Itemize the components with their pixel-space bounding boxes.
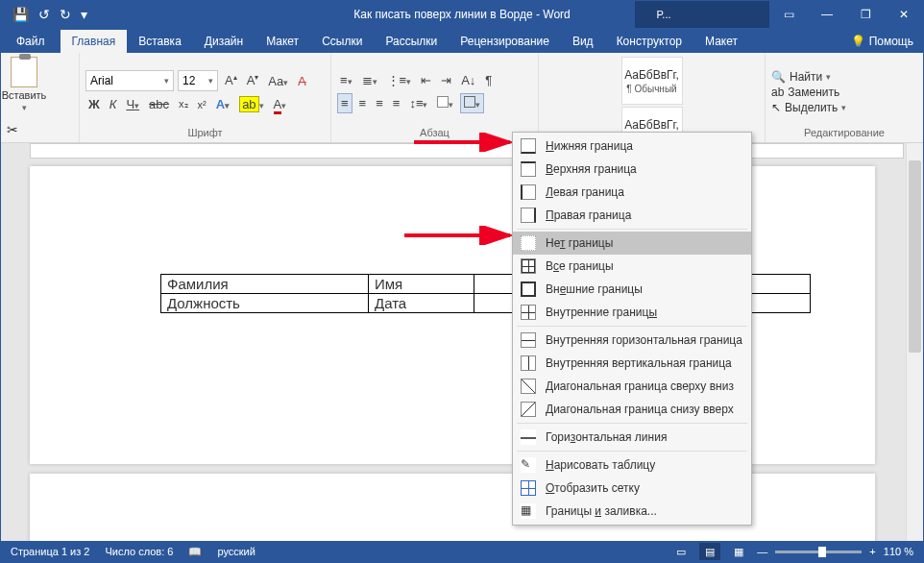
menu-item-left-border[interactable]: Левая граница bbox=[513, 181, 751, 204]
table-cell[interactable]: Имя bbox=[369, 275, 474, 294]
menu-item-inside-h-border[interactable]: Внутренняя горизонтальная граница bbox=[513, 329, 751, 352]
language-indicator[interactable]: русский bbox=[217, 546, 255, 557]
subscript-button[interactable]: x₂ bbox=[176, 96, 191, 112]
style-normal[interactable]: АаБбВвГг, ¶ Обычный bbox=[621, 57, 683, 105]
document-area: Фамилия Имя Должность Дата bbox=[1, 143, 923, 541]
user-name-area bbox=[693, 1, 769, 28]
menu-item-right-border[interactable]: Правая граница bbox=[513, 204, 751, 227]
tab-home[interactable]: Главная bbox=[61, 30, 128, 53]
replace-button[interactable]: abЗаменить bbox=[771, 86, 917, 99]
vertical-scrollbar[interactable] bbox=[906, 143, 923, 541]
tab-table-layout[interactable]: Макет bbox=[693, 30, 749, 53]
tab-references[interactable]: Ссылки bbox=[310, 30, 374, 53]
borders-button[interactable]: ▾ bbox=[460, 93, 484, 113]
bold-button[interactable]: Ж bbox=[85, 95, 103, 113]
clear-formatting-button[interactable]: A̶ bbox=[295, 72, 309, 90]
font-size-combo[interactable]: ▾ bbox=[178, 70, 218, 91]
shrink-font-button[interactable]: A▾ bbox=[244, 71, 262, 89]
align-right-button[interactable]: ≡ bbox=[373, 94, 386, 112]
zoom-slider-thumb[interactable] bbox=[818, 547, 826, 557]
justify-button[interactable]: ≡ bbox=[390, 94, 403, 112]
tab-layout[interactable]: Макет bbox=[255, 30, 310, 53]
scrollbar-thumb[interactable] bbox=[909, 160, 921, 353]
bullets-button[interactable]: ≡▾ bbox=[337, 71, 355, 89]
chevron-down-icon[interactable]: ▾ bbox=[204, 76, 217, 86]
menu-item-outside-borders[interactable]: Внешние границы bbox=[513, 278, 751, 301]
align-center-button[interactable]: ≡ bbox=[356, 94, 370, 112]
multilevel-button[interactable]: ⋮≡▾ bbox=[384, 71, 415, 89]
zoom-level[interactable]: 110 % bbox=[884, 546, 913, 557]
menu-item-diag-up[interactable]: Диагональная граница снизу вверх bbox=[513, 398, 751, 421]
highlight-button[interactable]: ab▾ bbox=[236, 95, 266, 113]
menu-item-bottom-border[interactable]: ННижняя границаижняя граница bbox=[513, 135, 751, 158]
align-left-button[interactable]: ≡ bbox=[337, 93, 353, 113]
find-button[interactable]: 🔍Найти▾ bbox=[771, 70, 917, 84]
increase-indent-button[interactable]: ⇥ bbox=[438, 71, 454, 89]
tab-review[interactable]: Рецензирование bbox=[449, 30, 561, 53]
select-button[interactable]: ↖Выделить▾ bbox=[771, 101, 917, 114]
table-cell[interactable]: Фамилия bbox=[161, 275, 369, 294]
zoom-in-button[interactable]: + bbox=[869, 546, 875, 557]
superscript-button[interactable]: x² bbox=[195, 97, 209, 112]
menu-item-diag-down[interactable]: Диагональная граница сверху вниз bbox=[513, 375, 751, 398]
qat-customize-icon[interactable]: ▾ bbox=[81, 7, 87, 22]
menu-item-borders-shading[interactable]: ▦Границы и заливка... bbox=[513, 500, 751, 523]
annotation-arrow-1 bbox=[414, 133, 520, 152]
table-cell[interactable]: Должность bbox=[161, 294, 369, 313]
tab-insert[interactable]: Вставка bbox=[127, 30, 193, 53]
strikethrough-button[interactable]: abc bbox=[146, 95, 172, 113]
menu-item-inside-v-border[interactable]: Внутренняя вертикальная граница bbox=[513, 352, 751, 375]
font-color-button[interactable]: A▾ bbox=[271, 95, 290, 113]
tab-file[interactable]: Файл bbox=[1, 30, 61, 53]
borders-dropdown: ННижняя границаижняя граница Верхняя гра… bbox=[512, 132, 752, 526]
print-layout-button[interactable]: ▤ bbox=[699, 543, 720, 560]
grow-font-button[interactable]: A▴ bbox=[222, 71, 240, 89]
read-mode-button[interactable]: ▭ bbox=[670, 543, 692, 560]
show-marks-button[interactable]: ¶ bbox=[482, 71, 495, 89]
menu-item-horizontal-line[interactable]: Горизонтальная линия bbox=[513, 426, 751, 449]
tab-design[interactable]: Дизайн bbox=[193, 30, 255, 53]
tab-table-design[interactable]: Конструктор bbox=[605, 30, 693, 53]
close-button[interactable]: ✕ bbox=[885, 1, 923, 28]
table-cell[interactable]: Дата bbox=[369, 294, 474, 313]
page-indicator[interactable]: Страница 1 из 2 bbox=[11, 546, 89, 557]
tab-mailings[interactable]: Рассылки bbox=[374, 30, 449, 53]
user-badge[interactable]: P... bbox=[635, 1, 693, 28]
italic-button[interactable]: К bbox=[107, 95, 120, 113]
text-effects-button[interactable]: A▾ bbox=[213, 95, 232, 113]
spellcheck-icon[interactable]: 📖 bbox=[188, 546, 202, 558]
underline-button[interactable]: Ч▾ bbox=[123, 95, 142, 113]
tell-me[interactable]: 💡 Помощь bbox=[839, 30, 923, 53]
cut-icon[interactable]: ✂ bbox=[7, 122, 19, 137]
font-size-input[interactable] bbox=[179, 74, 204, 87]
change-case-button[interactable]: Aa▾ bbox=[265, 72, 291, 90]
shading-button[interactable]: ▾ bbox=[434, 94, 456, 112]
pencil-icon: ✎ bbox=[521, 457, 536, 473]
font-name-combo[interactable]: ▾ bbox=[85, 70, 174, 91]
tab-view[interactable]: Вид bbox=[561, 30, 605, 53]
minimize-button[interactable]: — bbox=[808, 1, 846, 28]
decrease-indent-button[interactable]: ⇤ bbox=[418, 71, 434, 89]
ribbon-options-button[interactable]: ▭ bbox=[769, 1, 808, 28]
web-layout-button[interactable]: ▦ bbox=[728, 543, 749, 560]
line-spacing-button[interactable]: ↕≡▾ bbox=[406, 94, 430, 112]
zoom-slider[interactable] bbox=[775, 551, 862, 553]
menu-label: Внутренняя горизонтальная граница bbox=[546, 333, 742, 347]
menu-item-top-border[interactable]: Верхняя граница bbox=[513, 158, 751, 181]
menu-item-draw-table[interactable]: ✎Нарисовать таблицу bbox=[513, 453, 751, 477]
save-icon[interactable]: 💾 bbox=[12, 7, 29, 22]
sort-button[interactable]: A↓ bbox=[458, 71, 478, 89]
chevron-down-icon[interactable]: ▾ bbox=[159, 76, 173, 86]
menu-item-all-borders[interactable]: Все границы bbox=[513, 255, 751, 278]
paste-button[interactable]: Вставить ▾ bbox=[7, 57, 41, 112]
redo-icon[interactable]: ↻ bbox=[60, 7, 71, 22]
numbering-button[interactable]: ≣▾ bbox=[359, 71, 380, 89]
menu-item-inside-borders[interactable]: Внутренние границы bbox=[513, 301, 751, 324]
zoom-out-button[interactable]: — bbox=[757, 546, 767, 557]
menu-item-no-border[interactable]: Нет границы bbox=[513, 232, 751, 255]
font-name-input[interactable] bbox=[86, 74, 159, 87]
word-count[interactable]: Число слов: 6 bbox=[105, 546, 173, 557]
maximize-button[interactable]: ❐ bbox=[846, 1, 885, 28]
undo-icon[interactable]: ↺ bbox=[38, 7, 50, 22]
menu-item-show-grid[interactable]: Отобразить сетку bbox=[513, 477, 751, 500]
